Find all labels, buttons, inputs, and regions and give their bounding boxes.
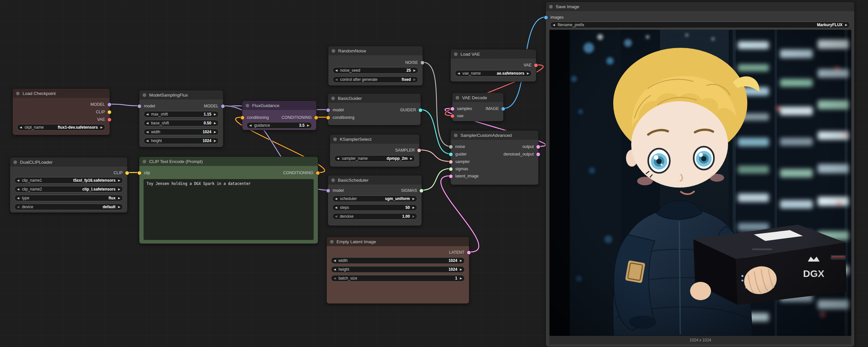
node-header[interactable]: Load Checkpoint xyxy=(13,89,110,98)
decrement-arrow-icon[interactable]: ◀ xyxy=(249,124,251,127)
conditioning-input-dot[interactable] xyxy=(327,116,330,119)
node-clip-text-encode[interactable]: CLIP Text Encode (Prompt)clipCONDITIONIN… xyxy=(139,156,318,244)
increment-arrow-icon[interactable]: ▶ xyxy=(413,69,416,72)
guider-input-dot[interactable] xyxy=(449,152,453,156)
increment-arrow-icon[interactable]: ▶ xyxy=(118,197,120,200)
CLIP-output-dot[interactable] xyxy=(107,110,111,114)
decrement-arrow-icon[interactable]: ◀ xyxy=(17,188,19,191)
widget-ckpt_name[interactable]: ◀ckpt_nameflux1-dev.safetensors▶ xyxy=(17,124,105,131)
samples-input-dot[interactable] xyxy=(451,107,454,111)
decrement-arrow-icon[interactable]: ◀ xyxy=(20,126,22,129)
decrement-arrow-icon[interactable]: ◀ xyxy=(335,197,337,200)
node-flux-guidance[interactable]: FluxGuidanceconditioningCONDITIONING◀gui… xyxy=(242,100,317,130)
node-header[interactable]: DualCLIPLoader xyxy=(10,157,127,167)
decrement-arrow-icon[interactable]: ◀ xyxy=(146,113,149,116)
increment-arrow-icon[interactable]: ▶ xyxy=(118,188,120,191)
node-load-checkpoint[interactable]: Load CheckpointMODELCLIPVAE◀ckpt_nameflu… xyxy=(12,88,110,135)
widget-type[interactable]: ◀typeflux▶ xyxy=(14,195,123,201)
IMAGE-output-dot[interactable] xyxy=(501,107,505,111)
decrement-arrow-icon[interactable]: ◀ xyxy=(334,259,336,262)
graph-canvas[interactable]: Load CheckpointMODELCLIPVAE◀ckpt_nameflu… xyxy=(0,0,868,347)
increment-arrow-icon[interactable]: ▶ xyxy=(214,113,216,116)
denoised_output-output-dot[interactable] xyxy=(536,152,540,156)
node-header[interactable]: Save Image xyxy=(546,2,854,11)
decrement-arrow-icon[interactable]: ◀ xyxy=(17,197,19,200)
widget-height[interactable]: ◀height1024▶ xyxy=(144,138,219,144)
node-header[interactable]: CLIP Text Encode (Prompt) xyxy=(139,157,318,166)
increment-arrow-icon[interactable]: ▶ xyxy=(412,197,415,200)
widget-sampler_name[interactable]: ◀sampler_namedpmpp_2m▶ xyxy=(334,155,415,162)
widget-control-after-generate[interactable]: ◀control after generatefixed▶ xyxy=(333,76,418,83)
decrement-arrow-icon[interactable]: ◀ xyxy=(146,122,149,125)
LATENT-output-dot[interactable] xyxy=(467,251,471,254)
decrement-arrow-icon[interactable]: ◀ xyxy=(335,78,338,81)
images-input-dot[interactable] xyxy=(544,16,548,19)
model-input-dot[interactable] xyxy=(327,108,330,112)
node-header[interactable]: ModelSamplingFlux xyxy=(139,90,223,99)
CONDITIONING-output-dot[interactable] xyxy=(314,116,318,119)
node-header[interactable]: BasicGuider xyxy=(328,94,421,103)
decrement-arrow-icon[interactable]: ◀ xyxy=(146,140,149,142)
node-empty-latent-image[interactable]: Empty Latent ImageLATENT◀width1024▶◀heig… xyxy=(327,237,469,304)
output-output-dot[interactable] xyxy=(536,145,540,149)
widget-height[interactable]: ◀height1024▶ xyxy=(331,266,465,273)
noise-input-dot[interactable] xyxy=(449,145,453,149)
widget-clip_name2[interactable]: ◀clip_name2clip_l.safetensors▶ xyxy=(14,186,123,193)
increment-arrow-icon[interactable]: ▶ xyxy=(412,206,415,209)
widget-width[interactable]: ◀width1024▶ xyxy=(144,129,219,135)
node-model-sampling-flux[interactable]: ModelSamplingFluxmodelMODEL◀max_shift1.1… xyxy=(139,90,223,147)
collapse-dot-icon[interactable] xyxy=(143,160,146,163)
collapse-dot-icon[interactable] xyxy=(333,138,337,141)
node-header[interactable]: FluxGuidance xyxy=(242,101,316,110)
increment-arrow-icon[interactable]: ▶ xyxy=(214,122,216,125)
vae-input-dot[interactable] xyxy=(451,114,454,118)
widget-scheduler[interactable]: ◀schedulersgm_uniform▶ xyxy=(332,196,417,202)
collapse-dot-icon[interactable] xyxy=(246,104,249,107)
node-dual-clip-loader[interactable]: DualCLIPLoaderCLIP◀clip_name1t5xxl_fp16.… xyxy=(10,157,128,213)
increment-arrow-icon[interactable]: ▶ xyxy=(214,140,216,142)
SAMPLER-output-dot[interactable] xyxy=(417,149,421,152)
node-sampler-custom-advanced[interactable]: SamplerCustomAdvancednoiseguidersamplers… xyxy=(451,130,539,185)
widget-width[interactable]: ◀width1024▶ xyxy=(331,257,465,264)
clip-input-dot[interactable] xyxy=(138,171,141,175)
collapse-dot-icon[interactable] xyxy=(143,93,146,97)
decrement-arrow-icon[interactable]: ◀ xyxy=(17,206,19,208)
increment-arrow-icon[interactable]: ▶ xyxy=(118,206,120,208)
widget-clip_name1[interactable]: ◀clip_name1t5xxl_fp16.safetensors▶ xyxy=(14,177,123,184)
increment-arrow-icon[interactable]: ▶ xyxy=(413,78,416,81)
increment-arrow-icon[interactable]: ▶ xyxy=(527,72,529,75)
decrement-arrow-icon[interactable]: ◀ xyxy=(146,131,149,134)
increment-arrow-icon[interactable]: ▶ xyxy=(460,268,462,271)
node-header[interactable]: Load VAE xyxy=(451,50,536,59)
MODEL-output-dot[interactable] xyxy=(107,103,111,106)
model-input-dot[interactable] xyxy=(138,105,141,108)
node-save-image[interactable]: Save Imageimages◀filename_prefixMarkuryF… xyxy=(546,2,855,347)
widget-steps[interactable]: ◀steps50▶ xyxy=(332,204,417,211)
decrement-arrow-icon[interactable]: ◀ xyxy=(334,277,336,280)
node-header[interactable]: RandomNoise xyxy=(328,46,423,55)
collapse-dot-icon[interactable] xyxy=(331,96,335,100)
VAE-output-dot[interactable] xyxy=(534,63,538,67)
decrement-arrow-icon[interactable]: ◀ xyxy=(17,179,19,182)
widget-denoise[interactable]: ◀denoise1.00▶ xyxy=(332,213,417,220)
collapse-dot-icon[interactable] xyxy=(454,52,458,56)
node-header[interactable]: KSamplerSelect xyxy=(330,135,419,144)
widget-base_shift[interactable]: ◀base_shift0.50▶ xyxy=(144,120,219,126)
increment-arrow-icon[interactable]: ▶ xyxy=(460,277,462,280)
collapse-dot-icon[interactable] xyxy=(330,240,334,243)
widget-vae_name[interactable]: ◀vae_nameae.safetensors▶ xyxy=(455,70,532,77)
decrement-arrow-icon[interactable]: ◀ xyxy=(335,69,338,72)
collapse-dot-icon[interactable] xyxy=(13,161,17,164)
node-vae-decode[interactable]: VAE DecodesamplesvaeIMAGE xyxy=(452,93,504,121)
widget-guidance[interactable]: ◀guidance3.5▶ xyxy=(247,122,312,129)
decrement-arrow-icon[interactable]: ◀ xyxy=(334,268,336,271)
CONDITIONING-output-dot[interactable] xyxy=(316,171,319,175)
decrement-arrow-icon[interactable]: ◀ xyxy=(335,206,337,209)
GUIDER-output-dot[interactable] xyxy=(418,108,422,112)
increment-arrow-icon[interactable]: ▶ xyxy=(845,24,847,27)
widget-max_shift[interactable]: ◀max_shift1.15▶ xyxy=(144,111,219,118)
widget-filename_prefix[interactable]: ◀filename_prefixMarkuryFLUX▶ xyxy=(550,22,850,28)
node-header[interactable]: Empty Latent Image xyxy=(327,237,469,246)
sigmas-input-dot[interactable] xyxy=(449,167,453,171)
node-basic-scheduler[interactable]: BasicSchedulermodelSIGMAS◀schedulersgm_u… xyxy=(328,175,422,226)
